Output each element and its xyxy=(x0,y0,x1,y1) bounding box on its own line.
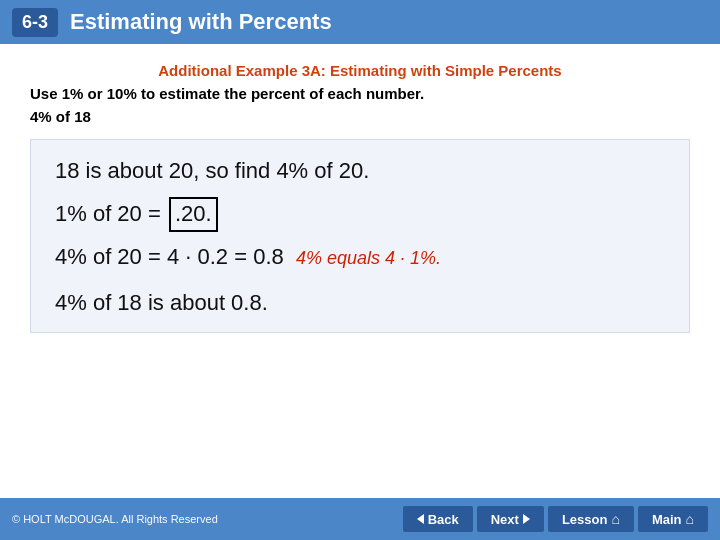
back-button[interactable]: Back xyxy=(403,506,473,532)
problem-label: 4% of 18 xyxy=(30,108,690,125)
step2-main: 1% of 20 = xyxy=(55,201,167,226)
main-content: Additional Example 3A: Estimating with S… xyxy=(0,44,720,498)
footer: © HOLT McDOUGAL. All Rights Reserved Bac… xyxy=(0,498,720,540)
next-button[interactable]: Next xyxy=(477,506,544,532)
conclusion-line: 4% of 18 is about 0.8. xyxy=(55,290,665,316)
step1-text: 18 is about 20, so find 4% of 20. xyxy=(55,158,369,183)
example-subtitle: Additional Example 3A: Estimating with S… xyxy=(30,62,690,79)
main-button[interactable]: Main ⌂ xyxy=(638,506,708,532)
footer-buttons: Back Next Lesson ⌂ Main ⌂ xyxy=(403,506,708,532)
solution-box: 18 is about 20, so find 4% of 20. 1% of … xyxy=(30,139,690,333)
step2-boxed: .20. xyxy=(169,197,218,232)
header-title: Estimating with Percents xyxy=(70,9,332,35)
next-label: Next xyxy=(491,512,519,527)
next-arrow-icon xyxy=(523,514,530,524)
problem-description: Use 1% or 10% to estimate the percent of… xyxy=(30,83,690,104)
step3-note: 4% equals 4 · 1%. xyxy=(296,248,441,268)
step-3: 4% of 20 = 4 · 0.2 = 0.8 4% equals 4 · 1… xyxy=(55,242,665,273)
step-2: 1% of 20 = .20. xyxy=(55,197,665,232)
back-label: Back xyxy=(428,512,459,527)
header-badge: 6-3 xyxy=(12,8,58,37)
lesson-home-icon: ⌂ xyxy=(611,511,619,527)
copyright-text: © HOLT McDOUGAL. All Rights Reserved xyxy=(12,513,218,525)
lesson-label: Lesson xyxy=(562,512,608,527)
main-label: Main xyxy=(652,512,682,527)
step-1: 18 is about 20, so find 4% of 20. xyxy=(55,156,665,187)
step3-main: 4% of 20 = 4 · 0.2 = 0.8 xyxy=(55,244,290,269)
main-home-icon: ⌂ xyxy=(686,511,694,527)
header-bar: 6-3 Estimating with Percents xyxy=(0,0,720,44)
lesson-button[interactable]: Lesson ⌂ xyxy=(548,506,634,532)
back-arrow-icon xyxy=(417,514,424,524)
